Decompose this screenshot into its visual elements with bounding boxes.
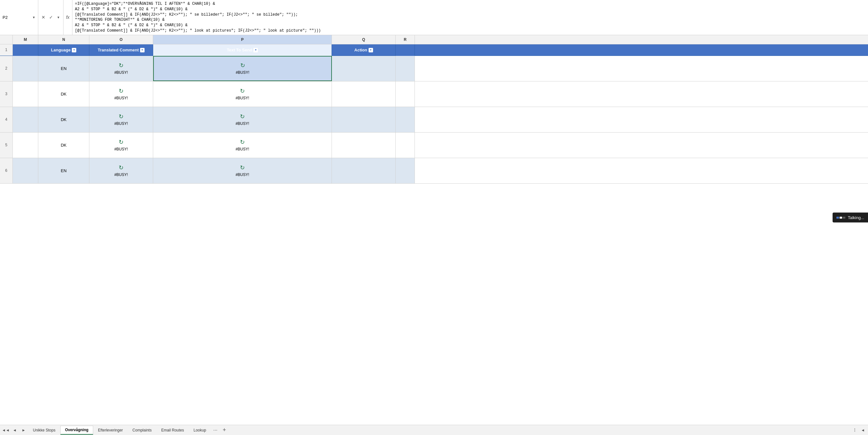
tooltip-popup: Talking... [833, 213, 868, 223]
cell-o3[interactable]: ↻ #BUSY! [89, 82, 153, 107]
header-cell-language[interactable]: Language ▼ [38, 45, 89, 56]
row-number-header-spacer [0, 35, 13, 44]
cell-r5[interactable] [396, 133, 415, 158]
busy-p3: #BUSY! [236, 96, 249, 100]
cell-p6[interactable]: ↻ #BUSY! [153, 158, 332, 183]
dot-3 [843, 216, 845, 219]
cell-n3[interactable]: DK [38, 82, 89, 107]
cell-r2[interactable] [396, 56, 415, 81]
cell-m3[interactable] [13, 82, 38, 107]
header-cell-r [396, 45, 415, 56]
cell-r6[interactable] [396, 158, 415, 183]
cell-p5[interactable]: ↻ #BUSY! [153, 133, 332, 158]
row-5-number: 5 [0, 133, 13, 158]
cell-n4[interactable]: DK [38, 107, 89, 132]
cell-m2[interactable] [13, 56, 38, 81]
cell-q6[interactable] [332, 158, 396, 183]
cell-q5[interactable] [332, 133, 396, 158]
cell-q4[interactable] [332, 107, 396, 132]
row-6-number: 6 [0, 158, 13, 183]
formula-dropdown-button[interactable]: ▼ [56, 15, 61, 20]
cell-ref-box[interactable]: P2 ▼ [0, 0, 38, 35]
header-cell-translated-comment[interactable]: Translated Comment ▼ [89, 45, 153, 56]
dot-2 [840, 216, 842, 219]
text-to-send-header-label: Text To Send [227, 48, 252, 52]
cell-r4[interactable] [396, 107, 415, 132]
action-header-label: Action [354, 48, 367, 52]
tooltip-dots [836, 216, 845, 219]
language-dropdown-icon[interactable]: ▼ [72, 48, 76, 52]
busy-p6: #BUSY! [236, 172, 249, 177]
formula-bar: P2 ▼ ✕ ✓ ▼ fx =IF([@Language]="DK";"*OVE… [0, 0, 868, 35]
refresh-icon-p6: ↻ [240, 164, 245, 171]
cell-o2[interactable]: ↻ #BUSY! [89, 56, 153, 81]
cell-r3[interactable] [396, 82, 415, 107]
cell-p4[interactable]: ↻ #BUSY! [153, 107, 332, 132]
refresh-icon-o3: ↻ [119, 88, 124, 94]
col-header-n[interactable]: N [38, 35, 89, 44]
refresh-icon-o2: ↻ [119, 62, 124, 69]
formula-input[interactable]: =IF([@Language]="DK";"*OVERVÅGNING TIL I… [72, 0, 868, 35]
table-row: 6 EN ↻ #BUSY! ↻ #BUSY! [0, 158, 868, 184]
tooltip-text: Talking... [848, 215, 864, 220]
busy-o2: #BUSY! [114, 70, 128, 75]
table-row: 5 DK ↻ #BUSY! ↻ #BUSY! [0, 133, 868, 158]
busy-o5: #BUSY! [114, 147, 128, 151]
busy-p2: #BUSY! [236, 70, 250, 75]
cell-o5[interactable]: ↻ #BUSY! [89, 133, 153, 158]
dot-1 [836, 216, 839, 219]
col-header-m[interactable]: M [13, 35, 38, 44]
busy-p5: #BUSY! [236, 147, 249, 151]
cell-m6[interactable] [13, 158, 38, 183]
header-cell-text-to-send[interactable]: Text To Send ▼ [153, 45, 332, 56]
refresh-icon-p3: ↻ [240, 88, 245, 94]
cell-p2[interactable]: ↻ #BUSY! [153, 56, 332, 81]
col-header-o[interactable]: O [89, 35, 153, 44]
cell-p3[interactable]: ↻ #BUSY! [153, 82, 332, 107]
header-cell-action[interactable]: Action ▼ [332, 45, 396, 56]
cell-o4[interactable]: ↻ #BUSY! [89, 107, 153, 132]
cell-n5-value: DK [61, 143, 66, 148]
column-headers: M N O P Q R [0, 35, 868, 45]
cell-q3[interactable] [332, 82, 396, 107]
refresh-icon-p5: ↻ [240, 139, 245, 146]
cell-n6-value: EN [61, 168, 66, 173]
col-header-r[interactable]: R [396, 35, 415, 44]
row-2-number: 2 [0, 56, 13, 81]
table-row: 4 DK ↻ #BUSY! ↻ #BUSY! [0, 107, 868, 133]
translated-comment-dropdown-icon[interactable]: ▼ [140, 48, 145, 52]
cell-ref-text: P2 [3, 15, 31, 20]
cancel-formula-button[interactable]: ✕ [40, 14, 46, 21]
row-4-number: 4 [0, 107, 13, 132]
table-row: 2 EN ↻ #BUSY! ↻ #BUSY! [0, 56, 868, 82]
header-cell-m [13, 45, 38, 56]
busy-o4: #BUSY! [114, 121, 128, 126]
refresh-icon-o5: ↻ [119, 139, 124, 146]
cell-m5[interactable] [13, 133, 38, 158]
text-to-send-dropdown-icon[interactable]: ▼ [253, 48, 258, 52]
action-dropdown-icon[interactable]: ▼ [369, 48, 373, 52]
refresh-icon-p4: ↻ [240, 113, 245, 120]
table-row: 3 DK ↻ #BUSY! ↻ #BUSY! [0, 82, 868, 107]
cell-m4[interactable] [13, 107, 38, 132]
formula-icons: ✕ ✓ ▼ [38, 0, 63, 35]
cell-ref-dropdown-icon[interactable]: ▼ [32, 16, 35, 19]
row-3-number: 3 [0, 82, 13, 107]
cell-n2[interactable]: EN [38, 56, 89, 81]
spreadsheet-body: 1 Language ▼ Translated Comment ▼ Text T… [0, 45, 868, 406]
cell-q2[interactable] [332, 56, 396, 81]
busy-p4: #BUSY! [236, 121, 249, 126]
cell-n6[interactable]: EN [38, 158, 89, 183]
language-header-label: Language [51, 48, 70, 52]
row-1-number: 1 [0, 45, 13, 56]
confirm-formula-button[interactable]: ✓ [48, 14, 54, 21]
col-header-p[interactable]: P [153, 35, 332, 44]
cell-o6[interactable]: ↻ #BUSY! [89, 158, 153, 183]
formula-fx-label: fx [63, 0, 72, 35]
refresh-icon-p2: ↻ [240, 62, 245, 69]
spreadsheet: M N O P Q R 1 Language ▼ Translated Comm… [0, 35, 868, 406]
cell-n5[interactable]: DK [38, 133, 89, 158]
cell-n3-value: DK [61, 92, 66, 96]
col-header-q[interactable]: Q [332, 35, 396, 44]
busy-o3: #BUSY! [114, 96, 128, 100]
